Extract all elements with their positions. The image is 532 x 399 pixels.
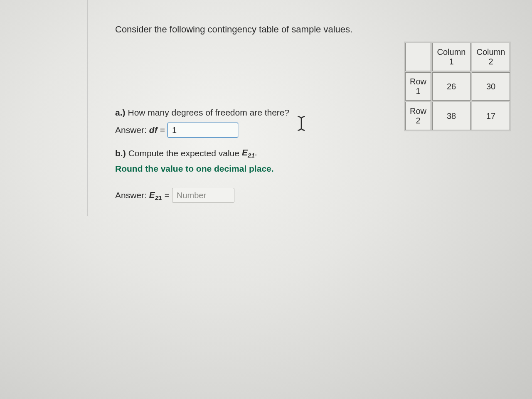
question-intro: Consider the following contingency table… (115, 24, 511, 35)
col-header-2: Column 2 (472, 43, 510, 71)
e21-answer-var: E21 (149, 190, 162, 201)
answer-prefix-b: Answer: (115, 190, 147, 200)
cell-r1c1: 26 (432, 72, 470, 101)
df-input[interactable] (167, 123, 238, 138)
col-header-1: Column 1 (432, 43, 470, 71)
part-b-answer-row: Answer: E21 = (115, 188, 511, 203)
cell-r2c1: 38 (432, 102, 470, 130)
e21-input[interactable] (172, 188, 234, 203)
cell-r1c2: 30 (472, 72, 510, 101)
contingency-table: Column 1 Column 2 Row 1 26 30 Row 2 38 1… (404, 42, 511, 131)
part-b-label: b.) (115, 148, 126, 158)
row-header-1: Row 1 (405, 72, 431, 101)
table-corner (405, 43, 431, 71)
part-a-label: a.) (115, 108, 126, 118)
equals-b: = (165, 190, 170, 200)
equals-a: = (160, 125, 165, 135)
part-b-text: Compute the expected value (128, 148, 239, 158)
row-header-2: Row 2 (405, 102, 431, 130)
part-b-question: b.) Compute the expected value E21. (115, 148, 511, 159)
part-a-text: How many degrees of freedom are there? (128, 108, 290, 118)
e21-var: E21. (242, 148, 257, 159)
part-b-instruction: Round the value to one decimal place. (115, 164, 511, 174)
question-panel: Consider the following contingency table… (87, 0, 528, 216)
answer-prefix-a: Answer: (115, 125, 147, 135)
cell-r2c2: 17 (472, 102, 510, 130)
df-var: df (149, 125, 158, 135)
